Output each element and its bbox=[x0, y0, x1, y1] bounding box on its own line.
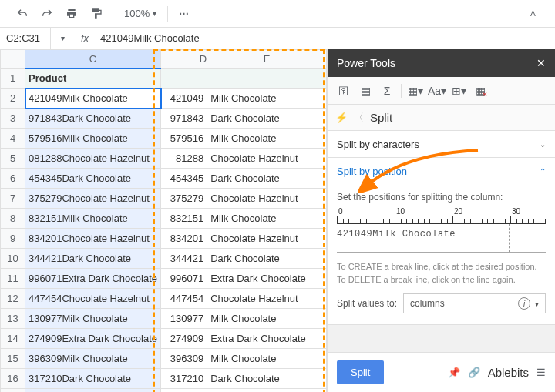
cell[interactable]: 317210Dark Chocolate bbox=[25, 369, 161, 389]
cell[interactable]: 832151Milk Chocolate bbox=[25, 209, 161, 229]
power-tools-panel: Power Tools ✕ ⚿ ▤ Σ ▦▾ Aa▾ ⊞▾ ▦✕ ⚡ 〈 Spl… bbox=[328, 49, 555, 392]
cell[interactable]: Milk Chocolate bbox=[207, 89, 327, 109]
close-icon[interactable]: ✕ bbox=[536, 57, 546, 69]
cell[interactable]: Chocolate Hazelnut bbox=[207, 149, 327, 169]
cell[interactable]: 996071 bbox=[161, 269, 207, 289]
formula-input[interactable]: 421049Milk Chocolate bbox=[96, 32, 555, 44]
cell[interactable]: 274909 bbox=[161, 329, 207, 349]
link-icon[interactable]: 🔗 bbox=[468, 367, 480, 378]
row-header[interactable]: 6 bbox=[1, 169, 25, 189]
row-header[interactable]: 11 bbox=[1, 269, 25, 289]
cell[interactable]: Extra Dark Chocolate bbox=[207, 269, 327, 289]
cell[interactable]: 447454 bbox=[161, 289, 207, 309]
row-header[interactable]: 13 bbox=[1, 309, 25, 329]
cell[interactable]: 421049Milk Chocolate bbox=[25, 89, 161, 109]
cell[interactable]: 130977Milk Chocolate bbox=[25, 309, 161, 329]
cell[interactable]: Chocolate Hazelnut bbox=[207, 289, 327, 309]
split-button[interactable]: Split bbox=[337, 360, 384, 384]
cell[interactable]: 971843Dark Chocolate bbox=[25, 109, 161, 129]
cell[interactable]: Milk Chocolate bbox=[207, 209, 327, 229]
cell[interactable]: 995882 bbox=[161, 389, 207, 393]
cell[interactable]: Milk Chocolate bbox=[207, 129, 327, 149]
cell[interactable]: Chocolate Hazelnut bbox=[207, 189, 327, 209]
cell[interactable]: 81288 bbox=[161, 149, 207, 169]
cell[interactable]: Extra Dark Chocolate bbox=[207, 329, 327, 349]
row-header[interactable]: 8 bbox=[1, 209, 25, 229]
cell[interactable]: 344421 bbox=[161, 249, 207, 269]
formula-bar: C2:C31 ▾ fx 421049Milk Chocolate bbox=[0, 28, 555, 49]
cell[interactable]: 832151 bbox=[161, 209, 207, 229]
cell[interactable]: Milk Chocolate bbox=[207, 309, 327, 329]
remove-rows-icon[interactable]: ▦✕ bbox=[470, 81, 490, 101]
grid-tool-icon[interactable]: ⊞▾ bbox=[449, 81, 469, 101]
position-ruler[interactable]: 0102030 421049Milk Chocolate bbox=[337, 209, 546, 253]
cell[interactable]: Chocolate Hazelnut bbox=[207, 389, 327, 393]
cell[interactable]: Product bbox=[25, 69, 161, 89]
row-header[interactable]: 12 bbox=[1, 289, 25, 309]
cell[interactable]: 579516Milk Chocolate bbox=[25, 129, 161, 149]
row-header[interactable]: 14 bbox=[1, 329, 25, 349]
row-header[interactable]: 1 bbox=[1, 69, 25, 89]
sigma-icon[interactable]: Σ bbox=[377, 81, 397, 101]
print-button[interactable] bbox=[62, 4, 82, 24]
section-split-by-characters[interactable]: Split by characters⌄ bbox=[328, 131, 555, 158]
undo-button[interactable] bbox=[12, 4, 32, 24]
break-line[interactable] bbox=[372, 224, 372, 252]
cell[interactable]: 454345Dark Chocolate bbox=[25, 169, 161, 189]
text-case-icon[interactable]: Aa▾ bbox=[427, 81, 447, 101]
col-header-C[interactable]: C bbox=[25, 50, 161, 69]
cell[interactable]: 130977 bbox=[161, 309, 207, 329]
cell[interactable]: 396309Milk Chocolate bbox=[25, 349, 161, 369]
row-header[interactable]: 15 bbox=[1, 349, 25, 369]
row-header[interactable]: 3 bbox=[1, 109, 25, 129]
row-header[interactable]: 16 bbox=[1, 369, 25, 389]
cell[interactable]: 274909Extra Dark Chocolate bbox=[25, 329, 161, 349]
spreadsheet[interactable]: CDE1Product2421049Milk Chocolate421049Mi… bbox=[0, 49, 328, 392]
row-header[interactable]: 17 bbox=[1, 389, 25, 393]
dest-select[interactable]: columns i▾ bbox=[403, 293, 546, 313]
row-header[interactable]: 9 bbox=[1, 229, 25, 249]
menu-icon[interactable]: ☰ bbox=[536, 367, 546, 378]
cell[interactable]: Dark Chocolate bbox=[207, 249, 327, 269]
collapse-toolbar-button[interactable]: ᐱ bbox=[523, 4, 543, 24]
row-header[interactable]: 4 bbox=[1, 129, 25, 149]
cell[interactable]: 081288Chocolate Hazelnut bbox=[25, 149, 161, 169]
paint-format-button[interactable] bbox=[86, 4, 106, 24]
cell[interactable]: 834201 bbox=[161, 229, 207, 249]
cell[interactable]: 995882Chocolate Hazelnut bbox=[25, 389, 161, 393]
name-box-dropdown[interactable]: ▾ bbox=[51, 34, 74, 42]
col-header-D[interactable]: D bbox=[161, 50, 207, 69]
cell[interactable]: 579516 bbox=[161, 129, 207, 149]
dedupe-icon[interactable]: ▤ bbox=[355, 81, 375, 101]
cell[interactable]: 971843 bbox=[161, 109, 207, 129]
cell[interactable]: 421049 bbox=[161, 89, 207, 109]
row-header[interactable]: 2 bbox=[1, 89, 25, 109]
cell[interactable]: Dark Chocolate bbox=[207, 369, 327, 389]
cell[interactable]: 834201Chocolate Hazelnut bbox=[25, 229, 161, 249]
redo-button[interactable] bbox=[37, 4, 57, 24]
info-icon[interactable]: i bbox=[518, 297, 530, 310]
cell[interactable]: Dark Chocolate bbox=[207, 109, 327, 129]
row-header[interactable]: 7 bbox=[1, 189, 25, 209]
back-button[interactable]: 〈 bbox=[354, 111, 364, 125]
cell[interactable]: 375279Chocolate Hazelnut bbox=[25, 189, 161, 209]
table-tool-icon[interactable]: ▦▾ bbox=[405, 81, 426, 101]
cell[interactable]: 375279 bbox=[161, 189, 207, 209]
cell[interactable]: 396309 bbox=[161, 349, 207, 369]
cell[interactable]: 447454Chocolate Hazelnut bbox=[25, 289, 161, 309]
cell[interactable]: Chocolate Hazelnut bbox=[207, 229, 327, 249]
key-icon[interactable]: ⚿ bbox=[334, 81, 354, 101]
row-header[interactable]: 5 bbox=[1, 149, 25, 169]
cell[interactable]: Dark Chocolate bbox=[207, 169, 327, 189]
col-header-E[interactable]: E bbox=[207, 50, 327, 69]
more-button[interactable]: ⋯ bbox=[174, 4, 194, 24]
row-header[interactable]: 10 bbox=[1, 249, 25, 269]
cell[interactable]: 344421Dark Chocolate bbox=[25, 249, 161, 269]
cell[interactable]: 454345 bbox=[161, 169, 207, 189]
pin-icon[interactable]: 📌 bbox=[448, 367, 460, 378]
zoom-select[interactable]: 100%▾ bbox=[119, 8, 161, 19]
cell[interactable]: 317210 bbox=[161, 369, 207, 389]
name-box[interactable]: C2:C31 bbox=[0, 28, 51, 49]
cell[interactable]: 996071Extra Dark Chocolate bbox=[25, 269, 161, 289]
cell[interactable]: Milk Chocolate bbox=[207, 349, 327, 369]
